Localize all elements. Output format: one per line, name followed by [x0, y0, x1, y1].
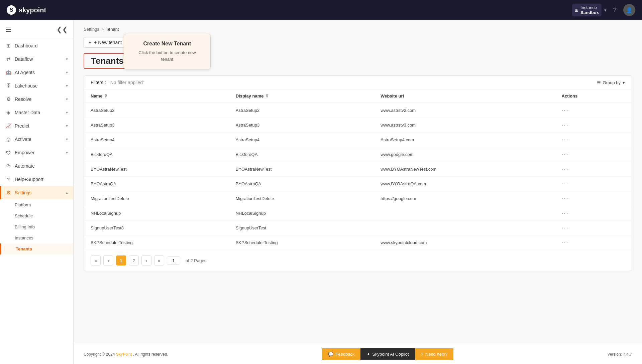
name-filter-icon[interactable]: ⊽: [104, 94, 107, 99]
sidebar-item-master-data[interactable]: ◈ Master Data ▾: [0, 106, 73, 119]
breadcrumb-parent[interactable]: Settings: [84, 27, 99, 32]
sidebar-item-predict[interactable]: 📈 Predict ▾: [0, 119, 73, 133]
sidebar-item-schedule[interactable]: Schedule: [0, 210, 73, 221]
row-actions-button[interactable]: ···: [562, 122, 569, 128]
cell-actions: ···: [555, 235, 632, 250]
content-inner: Settings > Tenant + + New tenant ➤ Creat…: [74, 20, 642, 344]
cell-name: AstraSetup3: [84, 118, 229, 133]
chevron-down-icon: ▾: [66, 124, 68, 128]
sidebar-item-dataflow[interactable]: ⇄ Dataflow ▾: [0, 52, 73, 66]
prev-page-button[interactable]: ‹: [103, 255, 113, 265]
sidebar-item-ai-agents[interactable]: 🤖 AI Agents ▾: [0, 66, 73, 79]
user-avatar[interactable]: 👤: [623, 4, 635, 16]
instance-selector[interactable]: ⊞ Instance Sandbox ▾: [572, 4, 607, 16]
page-number-input[interactable]: [167, 256, 180, 265]
feedback-button[interactable]: 💬 Feedback: [322, 348, 360, 360]
cell-actions: ···: [555, 206, 632, 221]
resolve-icon: ⚙: [5, 96, 11, 102]
sidebar-collapse-button[interactable]: ❮❮: [57, 25, 68, 33]
page-1-button[interactable]: 1: [116, 255, 126, 265]
logo-letter: S: [7, 5, 16, 15]
sidebar-item-automate[interactable]: ⟳ Automate: [0, 159, 73, 173]
first-page-button[interactable]: «: [91, 255, 101, 265]
cell-website-url: www.astrstv2.com: [374, 103, 555, 118]
chevron-down-icon: ▾: [66, 70, 68, 75]
sidebar-item-label: Activate: [15, 137, 31, 142]
chevron-down-icon: ▾: [66, 57, 68, 61]
cell-display-name: BYOAstraNewTest: [229, 162, 374, 177]
table-body: AstraSetup2 AstraSetup2 www.astrstv2.com…: [84, 103, 632, 250]
copilot-button[interactable]: ✦ Skypoint AI Copilot: [360, 348, 415, 360]
cell-actions: ···: [555, 162, 632, 177]
chat-icon: 💬: [328, 352, 333, 357]
row-actions-button[interactable]: ···: [562, 136, 569, 143]
brand-link[interactable]: SkyPoint: [116, 352, 132, 357]
chevron-down-icon: ▾: [66, 137, 68, 142]
needhelp-label: Need help?: [425, 352, 448, 357]
cell-website-url: https://google.com: [374, 191, 555, 206]
display-name-filter-icon[interactable]: ⊽: [265, 94, 269, 99]
chevron-up-icon: ▴: [66, 190, 68, 195]
help-button[interactable]: ?: [613, 7, 617, 14]
cell-display-name: AstraSetup4: [229, 133, 374, 147]
row-actions-button[interactable]: ···: [562, 180, 569, 187]
copilot-icon: ✦: [366, 352, 370, 357]
predict-icon: 📈: [5, 123, 11, 129]
cell-display-name: SKPSchedulerTesting: [229, 235, 374, 250]
sidebar-item-label: Predict: [15, 123, 29, 129]
table-row: AstraSetup3 AstraSetup3 www.astrstv3.com…: [84, 118, 632, 133]
sidebar-item-billing-info[interactable]: Billing Info: [0, 221, 73, 232]
sidebar-item-lakehouse[interactable]: 🗄 Lakehouse ▾: [0, 79, 73, 93]
instance-chevron-icon: ▾: [604, 8, 607, 13]
page-2-button[interactable]: 2: [129, 255, 139, 265]
row-actions-button[interactable]: ···: [562, 224, 569, 231]
sidebar-item-tenants[interactable]: Tenants: [0, 243, 73, 254]
cell-display-name: BYOAstraQA: [229, 177, 374, 191]
group-by-icon: ☰: [597, 80, 601, 85]
create-tenant-tooltip: Create New Tenant Click the button to cr…: [124, 34, 211, 69]
cell-name: AstraSetup2: [84, 103, 229, 118]
sidebar-item-dashboard[interactable]: ⊞ Dashboard: [0, 39, 73, 52]
new-tenant-button[interactable]: + + New tenant: [84, 37, 127, 48]
need-help-button[interactable]: ? Need help?: [415, 348, 454, 360]
sidebar-item-settings[interactable]: ⚙ Settings ▴: [0, 186, 73, 199]
sidebar-item-label: Dashboard: [15, 43, 38, 48]
sidebar-item-resolve[interactable]: ⚙ Resolve ▾: [0, 93, 73, 106]
group-by-button[interactable]: ☰ Group by ▾: [597, 80, 625, 85]
filter-prefix: Filters :: [91, 80, 106, 85]
help-icon: ?: [5, 176, 11, 182]
master-icon: ◈: [5, 110, 11, 116]
sidebar-item-label: Automate: [15, 163, 35, 169]
activate-icon: ◎: [5, 136, 11, 142]
app-logo[interactable]: S skypoint: [7, 5, 46, 15]
top-navigation: S skypoint ⊞ Instance Sandbox ▾ ? 👤: [0, 0, 642, 20]
sidebar-toggle-button[interactable]: ☰: [5, 25, 11, 33]
row-actions-button[interactable]: ···: [562, 166, 569, 172]
sidebar-item-instances[interactable]: Instances: [0, 232, 73, 243]
row-actions-button[interactable]: ···: [562, 239, 569, 246]
sidebar-item-empower[interactable]: 🛡 Empower ▾: [0, 146, 73, 159]
sidebar-item-activate[interactable]: ◎ Activate ▾: [0, 133, 73, 146]
cell-actions: ···: [555, 191, 632, 206]
filters-label: Filters : "No filter applied": [91, 80, 144, 85]
row-actions-button[interactable]: ···: [562, 195, 569, 202]
cell-name: BYOAstraQA: [84, 177, 229, 191]
cell-actions: ···: [555, 221, 632, 235]
sidebar-item-platform[interactable]: Platform: [0, 199, 73, 210]
cell-name: MigrationTestDelete: [84, 191, 229, 206]
table-row: BYOAstraQA BYOAstraQA www.BYOAstraQA.com…: [84, 177, 632, 191]
table-filters-bar: Filters : "No filter applied" ☰ Group by…: [84, 76, 632, 89]
row-actions-button[interactable]: ···: [562, 151, 569, 158]
row-actions-button[interactable]: ···: [562, 107, 569, 114]
cell-display-name: AstraSetup3: [229, 118, 374, 133]
pagination: « ‹ 1 2 › » of 2 Pages: [84, 250, 632, 271]
breadcrumb: Settings > Tenant: [84, 27, 632, 32]
row-actions-button[interactable]: ···: [562, 210, 569, 216]
table-row: SignupUserTest8 SignupUserTest ···: [84, 221, 632, 235]
cell-website-url: www.astrstv3.com: [374, 118, 555, 133]
tenants-table: Name ⊽ Display name ⊽ Website url: [84, 89, 632, 250]
automate-icon: ⟳: [5, 163, 11, 169]
sidebar-item-help-support[interactable]: ? Help+Support: [0, 173, 73, 186]
next-page-button[interactable]: ›: [141, 255, 151, 265]
last-page-button[interactable]: »: [154, 255, 164, 265]
